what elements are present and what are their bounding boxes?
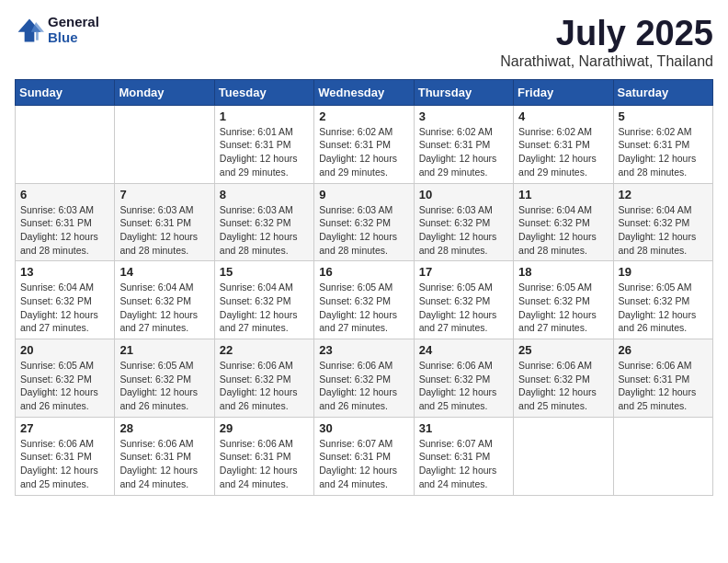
day-info: Sunrise: 6:06 AM Sunset: 6:32 PM Dayligh… [419, 359, 508, 413]
day-number: 1 [220, 109, 309, 123]
calendar-cell: 28Sunrise: 6:06 AM Sunset: 6:31 PM Dayli… [115, 417, 214, 495]
calendar-cell: 19Sunrise: 6:05 AM Sunset: 6:32 PM Dayli… [613, 261, 712, 339]
calendar-cell: 8Sunrise: 6:03 AM Sunset: 6:32 PM Daylig… [214, 183, 313, 261]
day-info: Sunrise: 6:05 AM Sunset: 6:32 PM Dayligh… [518, 281, 608, 335]
weekday-header: Monday [115, 79, 214, 105]
day-number: 9 [319, 188, 408, 201]
calendar-cell: 20Sunrise: 6:05 AM Sunset: 6:32 PM Dayli… [16, 339, 115, 418]
calendar-cell: 3Sunrise: 6:02 AM Sunset: 6:31 PM Daylig… [414, 105, 513, 183]
day-info: Sunrise: 6:01 AM Sunset: 6:31 PM Dayligh… [220, 125, 309, 179]
day-number: 17 [419, 265, 508, 279]
day-number: 16 [319, 265, 408, 279]
calendar-cell: 13Sunrise: 6:04 AM Sunset: 6:32 PM Dayli… [16, 261, 115, 339]
day-info: Sunrise: 6:02 AM Sunset: 6:31 PM Dayligh… [518, 125, 608, 179]
day-number: 12 [619, 188, 708, 201]
day-number: 8 [220, 188, 309, 201]
day-info: Sunrise: 6:06 AM Sunset: 6:31 PM Dayligh… [20, 437, 109, 491]
day-number: 23 [319, 343, 408, 357]
day-info: Sunrise: 6:02 AM Sunset: 6:31 PM Dayligh… [619, 125, 708, 179]
calendar-cell [115, 105, 214, 183]
day-info: Sunrise: 6:03 AM Sunset: 6:32 PM Dayligh… [319, 203, 408, 258]
day-info: Sunrise: 6:05 AM Sunset: 6:32 PM Dayligh… [319, 281, 408, 335]
calendar-cell: 15Sunrise: 6:04 AM Sunset: 6:32 PM Dayli… [214, 261, 313, 339]
logo-text: General Blue [48, 15, 99, 45]
day-info: Sunrise: 6:02 AM Sunset: 6:31 PM Dayligh… [319, 125, 408, 179]
calendar-cell: 10Sunrise: 6:03 AM Sunset: 6:32 PM Dayli… [414, 183, 513, 261]
day-info: Sunrise: 6:02 AM Sunset: 6:31 PM Dayligh… [419, 125, 508, 179]
day-number: 6 [20, 188, 109, 201]
day-info: Sunrise: 6:04 AM Sunset: 6:32 PM Dayligh… [20, 281, 109, 335]
day-info: Sunrise: 6:03 AM Sunset: 6:31 PM Dayligh… [119, 203, 209, 258]
day-number: 10 [419, 188, 508, 201]
day-number: 19 [619, 265, 708, 279]
calendar-week-row: 27Sunrise: 6:06 AM Sunset: 6:31 PM Dayli… [16, 417, 713, 495]
calendar-cell: 22Sunrise: 6:06 AM Sunset: 6:32 PM Dayli… [214, 339, 313, 418]
calendar-cell [613, 417, 712, 495]
calendar-cell: 27Sunrise: 6:06 AM Sunset: 6:31 PM Dayli… [16, 417, 115, 495]
day-info: Sunrise: 6:06 AM Sunset: 6:31 PM Dayligh… [119, 437, 209, 491]
calendar-cell: 1Sunrise: 6:01 AM Sunset: 6:31 PM Daylig… [214, 105, 313, 183]
day-info: Sunrise: 6:07 AM Sunset: 6:31 PM Dayligh… [319, 437, 408, 491]
weekday-header: Thursday [414, 79, 513, 105]
logo-general: General [48, 15, 99, 30]
weekday-header: Saturday [613, 79, 712, 105]
day-info: Sunrise: 6:05 AM Sunset: 6:32 PM Dayligh… [419, 281, 508, 335]
day-number: 25 [518, 343, 608, 357]
calendar-cell: 24Sunrise: 6:06 AM Sunset: 6:32 PM Dayli… [414, 339, 513, 418]
day-number: 4 [518, 109, 608, 123]
calendar-cell: 9Sunrise: 6:03 AM Sunset: 6:32 PM Daylig… [314, 183, 414, 261]
calendar-title: July 2025 [500, 15, 713, 53]
day-number: 30 [319, 421, 408, 435]
day-info: Sunrise: 6:07 AM Sunset: 6:31 PM Dayligh… [419, 437, 508, 491]
day-info: Sunrise: 6:06 AM Sunset: 6:32 PM Dayligh… [220, 359, 309, 413]
calendar-cell: 2Sunrise: 6:02 AM Sunset: 6:31 PM Daylig… [314, 105, 414, 183]
calendar-table: SundayMondayTuesdayWednesdayThursdayFrid… [15, 79, 713, 496]
day-info: Sunrise: 6:04 AM Sunset: 6:32 PM Dayligh… [220, 281, 309, 335]
day-number: 27 [20, 421, 109, 435]
calendar-week-row: 1Sunrise: 6:01 AM Sunset: 6:31 PM Daylig… [16, 105, 713, 183]
calendar-cell: 12Sunrise: 6:04 AM Sunset: 6:32 PM Dayli… [613, 183, 712, 261]
day-number: 3 [419, 109, 508, 123]
calendar-header-row: SundayMondayTuesdayWednesdayThursdayFrid… [16, 79, 713, 105]
day-info: Sunrise: 6:06 AM Sunset: 6:32 PM Dayligh… [319, 359, 408, 413]
day-number: 18 [518, 265, 608, 279]
weekday-header: Tuesday [214, 79, 313, 105]
weekday-header: Wednesday [314, 79, 414, 105]
day-number: 7 [119, 188, 209, 201]
calendar-cell: 26Sunrise: 6:06 AM Sunset: 6:31 PM Dayli… [613, 339, 712, 418]
calendar-subtitle: Narathiwat, Narathiwat, Thailand [500, 53, 713, 70]
day-info: Sunrise: 6:06 AM Sunset: 6:31 PM Dayligh… [619, 359, 708, 413]
weekday-header: Friday [514, 79, 613, 105]
day-number: 14 [119, 265, 209, 279]
calendar-cell [16, 105, 115, 183]
weekday-header: Sunday [16, 79, 115, 105]
calendar-cell: 4Sunrise: 6:02 AM Sunset: 6:31 PM Daylig… [514, 105, 613, 183]
calendar-cell [514, 417, 613, 495]
day-info: Sunrise: 6:03 AM Sunset: 6:32 PM Dayligh… [220, 203, 309, 258]
calendar-cell: 18Sunrise: 6:05 AM Sunset: 6:32 PM Dayli… [514, 261, 613, 339]
logo-icon [15, 16, 44, 45]
logo: General Blue [15, 15, 99, 45]
day-info: Sunrise: 6:05 AM Sunset: 6:32 PM Dayligh… [20, 359, 109, 413]
calendar-cell: 17Sunrise: 6:05 AM Sunset: 6:32 PM Dayli… [414, 261, 513, 339]
calendar-week-row: 13Sunrise: 6:04 AM Sunset: 6:32 PM Dayli… [16, 261, 713, 339]
calendar-cell: 11Sunrise: 6:04 AM Sunset: 6:32 PM Dayli… [514, 183, 613, 261]
day-info: Sunrise: 6:06 AM Sunset: 6:31 PM Dayligh… [220, 437, 309, 491]
day-info: Sunrise: 6:05 AM Sunset: 6:32 PM Dayligh… [619, 281, 708, 335]
day-number: 24 [419, 343, 508, 357]
calendar-cell: 23Sunrise: 6:06 AM Sunset: 6:32 PM Dayli… [314, 339, 414, 418]
page-header: General Blue July 2025 Narathiwat, Narat… [15, 15, 713, 70]
title-area: July 2025 Narathiwat, Narathiwat, Thaila… [500, 15, 713, 70]
day-info: Sunrise: 6:03 AM Sunset: 6:31 PM Dayligh… [20, 203, 109, 258]
day-number: 21 [119, 343, 209, 357]
calendar-cell: 5Sunrise: 6:02 AM Sunset: 6:31 PM Daylig… [613, 105, 712, 183]
day-number: 22 [220, 343, 309, 357]
day-info: Sunrise: 6:04 AM Sunset: 6:32 PM Dayligh… [518, 203, 608, 258]
day-number: 28 [119, 421, 209, 435]
day-number: 2 [319, 109, 408, 123]
day-number: 31 [419, 421, 508, 435]
day-info: Sunrise: 6:03 AM Sunset: 6:32 PM Dayligh… [419, 203, 508, 258]
calendar-cell: 21Sunrise: 6:05 AM Sunset: 6:32 PM Dayli… [115, 339, 214, 418]
calendar-cell: 6Sunrise: 6:03 AM Sunset: 6:31 PM Daylig… [16, 183, 115, 261]
calendar-cell: 7Sunrise: 6:03 AM Sunset: 6:31 PM Daylig… [115, 183, 214, 261]
